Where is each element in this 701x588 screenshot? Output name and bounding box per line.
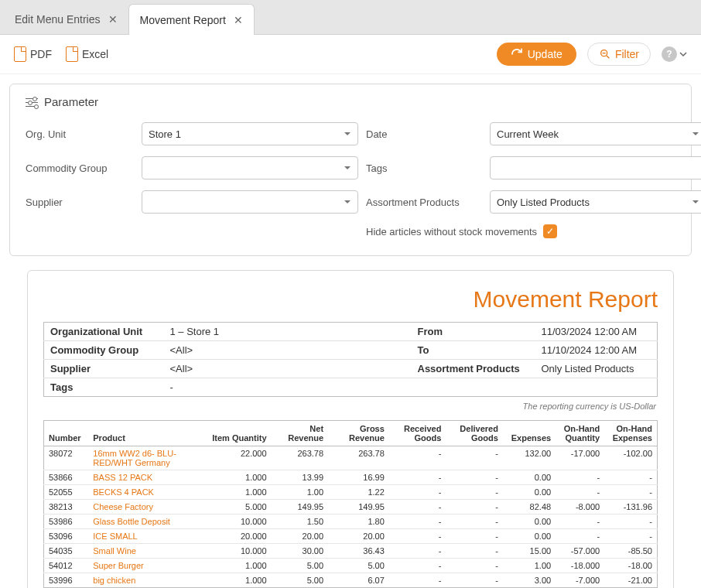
help-menu[interactable]: ?: [662, 46, 687, 62]
product-link[interactable]: Cheese Factory: [93, 502, 153, 511]
hide-articles-checkbox[interactable]: ✓: [543, 224, 557, 238]
report-meta-table: Organizational Unit 1 – Store 1 From 11/…: [43, 322, 658, 397]
table-row: 54012Super Burger1.0005.005.00--1.00-18.…: [44, 559, 658, 573]
supplier-label: Supplier: [26, 197, 134, 208]
table-row: 38213Cheese Factory5.000149.95149.95--82…: [44, 500, 658, 514]
currency-note: The reporting currency is US-Dollar: [45, 402, 656, 411]
report-title: Movement Report: [43, 286, 658, 313]
filter-button[interactable]: Filter: [587, 43, 651, 66]
chevron-down-icon: [679, 50, 687, 58]
pdf-icon: [14, 46, 26, 62]
product-link[interactable]: Super Burger: [93, 561, 143, 570]
toolbar: PDF Excel Update Filter ?: [0, 35, 701, 74]
panel-header: Parameter: [26, 95, 675, 108]
commodity-select[interactable]: [142, 156, 358, 179]
table-row: 52055BECKS 4 PACK1.0001.001.22--0.00--: [44, 485, 658, 500]
close-icon[interactable]: ✕: [234, 14, 243, 26]
close-icon[interactable]: ✕: [108, 13, 118, 26]
tags-input[interactable]: [490, 156, 701, 179]
product-link[interactable]: Small Wine: [93, 546, 136, 556]
tab-label: Movement Report: [140, 14, 226, 26]
help-icon: ?: [662, 46, 677, 62]
table-row: 53096ICE SMALL20.00020.0020.00--0.00--: [44, 529, 658, 544]
tabs-bar: Edit Menu Entries ✕ Movement Report ✕: [0, 0, 701, 35]
svg-line-1: [607, 56, 609, 58]
excel-icon: [66, 46, 78, 62]
table-row: 53866BASS 12 PACK1.00013.9916.99--0.00--: [44, 470, 658, 485]
commodity-label: Commodity Group: [26, 162, 134, 174]
product-link[interactable]: big chicken: [93, 576, 135, 585]
export-excel-button[interactable]: Excel: [66, 46, 108, 62]
refresh-icon: [511, 48, 523, 60]
tab-movement-report[interactable]: Movement Report ✕: [128, 4, 255, 35]
date-select[interactable]: Current Week: [490, 122, 701, 145]
supplier-select[interactable]: [142, 190, 358, 214]
assortment-label: Assortment Products: [366, 197, 482, 208]
parameter-panel: Parameter Org. Unit Store 1 Date Current…: [9, 84, 692, 256]
product-link[interactable]: BECKS 4 PACK: [93, 487, 154, 497]
table-row: 53996big chicken1.0005.006.07--3.00-7.00…: [44, 573, 658, 588]
report-card: Movement Report Organizational Unit 1 – …: [27, 270, 674, 588]
product-link[interactable]: 16mm WW2 d6- BLU-RED/WHT Germany: [93, 449, 176, 467]
product-link[interactable]: ICE SMALL: [93, 532, 137, 541]
product-link[interactable]: BASS 12 PACK: [93, 473, 152, 482]
tab-edit-menu-entries[interactable]: Edit Menu Entries ✕: [4, 4, 128, 35]
orgunit-label: Org. Unit: [26, 128, 134, 140]
table-row: 3807216mm WW2 d6- BLU-RED/WHT Germany22.…: [44, 446, 658, 470]
hide-articles-label: Hide articles without stock movements: [366, 226, 537, 238]
table-row: 53986Glass Bottle Deposit10.0001.501.80-…: [44, 514, 658, 529]
sliders-icon: [26, 97, 38, 108]
orgunit-select[interactable]: Store 1: [142, 122, 358, 145]
assortment-select[interactable]: Only Listed Products: [490, 190, 701, 214]
date-label: Date: [366, 128, 482, 140]
update-button[interactable]: Update: [497, 43, 576, 66]
report-data-table: Number Product Item Quantity Net Revenue…: [43, 420, 658, 588]
tags-label: Tags: [366, 162, 482, 174]
table-row: 54035Small Wine10.00030.0036.43--15.00-5…: [44, 544, 658, 559]
magnifier-icon: [599, 48, 611, 60]
export-pdf-button[interactable]: PDF: [14, 46, 52, 62]
tab-label: Edit Menu Entries: [15, 13, 101, 26]
product-link[interactable]: Glass Bottle Deposit: [93, 517, 170, 526]
